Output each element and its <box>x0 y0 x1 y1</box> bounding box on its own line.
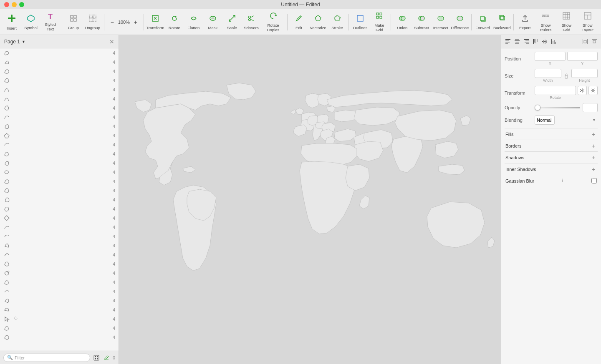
list-item[interactable]: 4 <box>0 67 119 76</box>
list-item[interactable]: 4 <box>0 85 119 94</box>
filter-box[interactable]: 🔍 <box>3 354 90 362</box>
position-x-input[interactable] <box>535 52 566 61</box>
insert-button[interactable]: Insert <box>3 10 21 34</box>
list-item[interactable]: 4 <box>0 296 119 305</box>
panel-close-icon[interactable]: ✕ <box>109 38 114 45</box>
flip-v-button[interactable] <box>588 86 598 95</box>
list-item[interactable]: 4 <box>0 232 119 241</box>
zoom-out-button[interactable]: − <box>108 16 116 28</box>
styled-text-button[interactable]: T Styled Text <box>41 10 60 34</box>
list-item[interactable]: 4 <box>0 204 119 213</box>
list-item[interactable]: 4 <box>0 324 119 333</box>
distribute-v-button[interactable] <box>590 38 598 46</box>
list-item[interactable]: 4 <box>0 122 119 131</box>
show-grid-button[interactable]: Show Grid <box>557 10 576 34</box>
align-middle-button[interactable] <box>540 38 549 46</box>
list-item[interactable]: 4 <box>0 186 119 195</box>
borders-add-icon[interactable]: + <box>590 143 597 149</box>
align-right-button[interactable] <box>522 38 530 46</box>
position-y-input[interactable] <box>567 52 598 61</box>
zoom-in-button[interactable]: + <box>131 16 140 28</box>
opacity-slider-thumb[interactable] <box>535 105 540 110</box>
difference-button[interactable]: Difference <box>451 10 469 34</box>
forward-button[interactable]: Forward <box>474 10 492 34</box>
blending-select[interactable]: Normal Multiply Screen Overlay <box>535 115 555 125</box>
align-bottom-button[interactable] <box>550 38 558 46</box>
list-item[interactable]: 4 <box>0 259 119 269</box>
group-button[interactable]: Group <box>64 10 83 34</box>
stroke-button[interactable]: Stroke <box>328 10 346 34</box>
fills-add-icon[interactable]: + <box>590 131 597 138</box>
list-item[interactable]: 4 <box>0 94 119 103</box>
align-center-h-button[interactable] <box>513 38 521 46</box>
inner-shadows-add-icon[interactable]: + <box>590 166 597 173</box>
subtract-button[interactable]: Subtract <box>412 10 431 34</box>
list-item[interactable]: 4 <box>0 131 119 140</box>
align-left-button[interactable] <box>504 38 512 46</box>
list-item[interactable]: 4 <box>0 103 119 113</box>
list-item[interactable]: 4 <box>0 113 119 122</box>
filter-input[interactable] <box>15 355 86 360</box>
mask-button[interactable]: Mask <box>204 10 222 34</box>
list-item[interactable]: 4 <box>0 314 119 324</box>
list-item[interactable]: 4 <box>0 278 119 287</box>
scissors-button[interactable]: Scissors <box>242 10 260 34</box>
edit-button[interactable]: Edit <box>290 10 308 34</box>
lock-proportions-icon[interactable] <box>563 69 570 83</box>
rotate-button[interactable]: Rotate <box>165 10 184 34</box>
maximize-button[interactable] <box>19 2 24 7</box>
union-button[interactable]: Union <box>393 10 412 34</box>
list-item[interactable]: 4 <box>0 149 119 158</box>
edit-layer-icon[interactable] <box>103 354 110 361</box>
list-item[interactable]: 4 <box>0 48 119 58</box>
list-item[interactable]: 4 <box>0 168 119 177</box>
transform-button[interactable]: Transform <box>146 10 164 34</box>
symbol-button[interactable]: Symbol <box>22 10 40 34</box>
scale-button[interactable]: Scale <box>223 10 241 34</box>
list-item[interactable]: 4 <box>0 305 119 314</box>
add-layer-icon[interactable] <box>93 354 100 361</box>
rotate-input[interactable] <box>535 86 576 95</box>
minimize-button[interactable] <box>12 2 17 7</box>
show-rulers-button[interactable]: Show Rulers <box>535 10 557 34</box>
list-item[interactable]: 4 <box>0 287 119 296</box>
list-item[interactable]: 4 <box>0 195 119 204</box>
list-item[interactable]: 4 <box>0 140 119 149</box>
gaussian-blur-checkbox[interactable] <box>591 178 597 183</box>
list-item[interactable]: 4 <box>0 158 119 168</box>
flatten-button[interactable]: Flatten <box>184 10 203 34</box>
align-top-button[interactable] <box>531 38 540 46</box>
list-item[interactable]: 4 <box>0 241 119 250</box>
list-item[interactable]: 4 <box>0 177 119 186</box>
show-layout-button[interactable]: Show Layout <box>576 10 598 34</box>
list-item[interactable]: 4 <box>0 250 119 259</box>
page-selector[interactable]: Page 1 ▼ <box>4 39 25 45</box>
canvas-area[interactable] <box>119 35 501 364</box>
shadows-add-icon[interactable]: + <box>590 154 597 161</box>
backward-button[interactable]: Backward <box>493 10 511 34</box>
list-item[interactable]: 4 <box>0 76 119 85</box>
gaussian-blur-section[interactable]: Gaussian Blur ℹ <box>505 175 598 186</box>
opacity-input[interactable] <box>583 103 598 112</box>
height-input[interactable] <box>571 69 598 78</box>
list-item[interactable]: 4 <box>0 269 119 278</box>
rotate-copies-button[interactable]: Rotate Copies <box>261 10 285 34</box>
vectorize-button[interactable]: Vectorize <box>309 10 327 34</box>
distribute-h-button[interactable] <box>581 38 589 46</box>
export-button[interactable]: Export <box>516 10 534 34</box>
list-item[interactable]: 4 <box>0 213 119 223</box>
shadows-section[interactable]: Shadows + <box>505 151 598 163</box>
list-item[interactable]: 4 <box>0 223 119 232</box>
width-input[interactable] <box>535 69 561 78</box>
close-button[interactable] <box>4 2 9 7</box>
flip-h-button[interactable] <box>578 86 587 95</box>
ungroup-button[interactable]: Ungroup <box>83 10 102 34</box>
borders-section[interactable]: Borders + <box>505 140 598 151</box>
list-item[interactable]: 4 <box>0 333 119 342</box>
list-item[interactable]: 4 <box>0 58 119 67</box>
outlines-button[interactable]: Outlines <box>351 10 369 34</box>
inner-shadows-section[interactable]: Inner Shadows + <box>505 163 598 175</box>
fills-section[interactable]: Fills + <box>505 128 598 140</box>
make-grid-button[interactable]: Make Grid <box>370 10 389 34</box>
intersect-button[interactable]: Intersect <box>432 10 450 34</box>
